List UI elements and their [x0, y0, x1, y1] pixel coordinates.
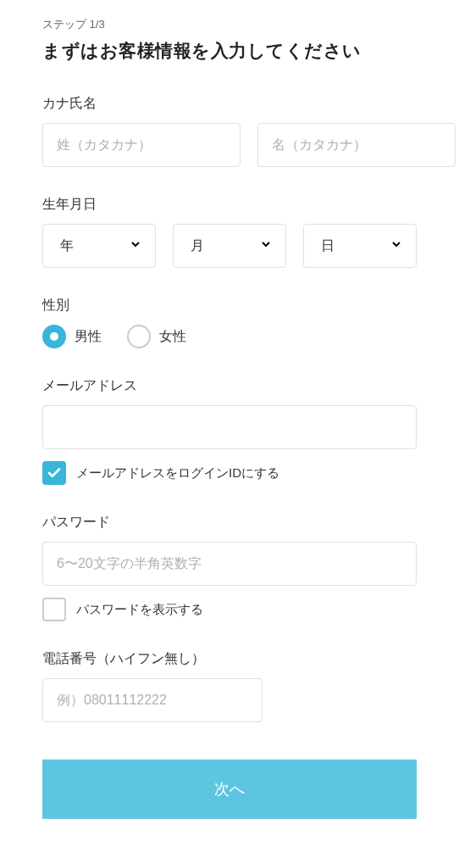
- day-select[interactable]: 日: [303, 224, 417, 268]
- radio-selected-icon: [42, 325, 66, 348]
- gender-male-radio[interactable]: 男性: [42, 325, 102, 348]
- password-input[interactable]: [42, 542, 417, 586]
- show-password-checkbox[interactable]: パスワードを表示する: [42, 598, 417, 621]
- email-input[interactable]: [42, 405, 417, 449]
- radio-unselected-icon: [127, 325, 151, 348]
- password-label: パスワード: [42, 514, 417, 531]
- birthdate-label: 生年月日: [42, 196, 417, 214]
- phone-group: 電話番号（ハイフン無し）: [42, 650, 417, 722]
- phone-label: 電話番号（ハイフン無し）: [42, 650, 417, 668]
- page-title: まずはお客様情報を入力してください: [42, 39, 417, 63]
- name-group: カナ氏名: [42, 95, 417, 167]
- surname-input[interactable]: [42, 123, 241, 167]
- birthdate-group: 生年月日 年 月 日: [42, 196, 417, 268]
- phone-input[interactable]: [42, 678, 263, 722]
- year-select-value: 年: [60, 238, 74, 253]
- gender-group: 性別 男性 女性: [42, 297, 417, 348]
- gender-male-label: 男性: [75, 328, 102, 346]
- gender-label: 性別: [42, 297, 417, 314]
- email-label: メールアドレス: [42, 377, 417, 395]
- gender-female-label: 女性: [159, 328, 186, 346]
- month-select-value: 月: [191, 238, 204, 253]
- gender-female-radio[interactable]: 女性: [127, 325, 186, 348]
- check-icon: [42, 461, 66, 485]
- day-select-value: 日: [321, 238, 335, 253]
- next-button[interactable]: 次へ: [42, 760, 417, 819]
- checkbox-empty-icon: [42, 598, 66, 621]
- email-group: メールアドレス メールアドレスをログインIDにする: [42, 377, 417, 485]
- step-indicator: ステップ 1/3: [42, 17, 417, 32]
- year-select[interactable]: 年: [42, 224, 156, 268]
- password-group: パスワード パスワードを表示する: [42, 514, 417, 621]
- email-as-login-label: メールアドレスをログインIDにする: [76, 465, 279, 481]
- show-password-label: パスワードを表示する: [76, 602, 203, 618]
- month-select[interactable]: 月: [173, 224, 286, 268]
- email-as-login-checkbox[interactable]: メールアドレスをログインIDにする: [42, 461, 417, 485]
- name-label: カナ氏名: [42, 95, 417, 113]
- firstname-input[interactable]: [257, 123, 456, 167]
